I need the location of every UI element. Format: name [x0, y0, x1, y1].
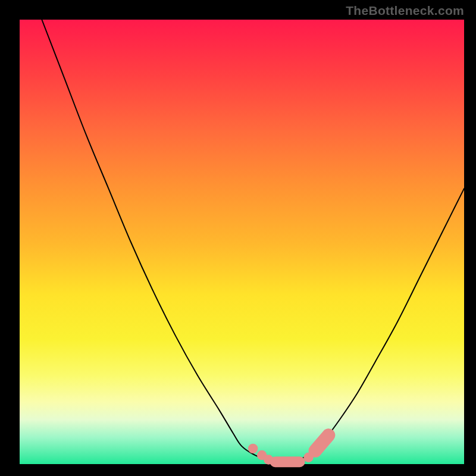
marker-pill — [315, 435, 328, 450]
frame: TheBottleneck.com — [0, 0, 476, 476]
curve-right-branch — [286, 189, 464, 462]
curve-left-branch — [42, 20, 286, 462]
chart-svg — [0, 0, 476, 476]
marker-dot — [248, 444, 258, 453]
